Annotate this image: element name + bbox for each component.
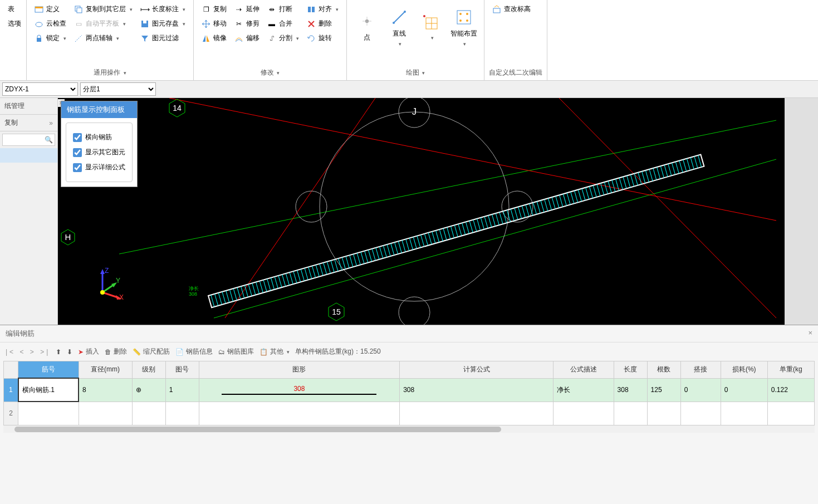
svg-line-68 bbox=[320, 264, 323, 276]
left-list-item[interactable] bbox=[0, 148, 57, 163]
col-shape[interactable]: 图形 bbox=[199, 361, 399, 379]
svg-line-64 bbox=[305, 268, 308, 280]
define-button[interactable]: 定义 bbox=[31, 2, 70, 16]
element-filter-button[interactable]: 图元过滤 bbox=[137, 31, 189, 45]
left-tab-copy[interactable]: 复制» bbox=[0, 115, 57, 131]
cloud-check-button[interactable]: 云检查 bbox=[31, 17, 70, 31]
svg-line-114 bbox=[492, 214, 495, 226]
horizontal-scrollbar[interactable] bbox=[3, 425, 815, 433]
cell-name[interactable]: 横向钢筋.1 bbox=[18, 378, 79, 402]
lock-button[interactable]: 锁定▾ bbox=[31, 31, 70, 45]
col-diameter[interactable]: 直径(mm) bbox=[79, 361, 132, 379]
svg-line-143 bbox=[601, 183, 604, 195]
col-length[interactable]: 长度 bbox=[614, 361, 647, 379]
viewport[interactable]: × 钢筋显示控制面板 横向钢筋 显示其它图元 显示详细公式 J bbox=[58, 98, 785, 325]
col-shape-no[interactable]: 图号 bbox=[165, 361, 199, 379]
two-point-axis-button[interactable]: 两点辅轴▾ bbox=[71, 31, 136, 45]
trim-button[interactable]: ✂修剪 bbox=[231, 17, 263, 31]
component-select[interactable]: ZDYX-1 bbox=[2, 82, 78, 96]
move-button[interactable]: 移动 bbox=[198, 17, 230, 31]
svg-line-167 bbox=[690, 158, 694, 169]
svg-point-2 bbox=[36, 22, 42, 27]
down-button[interactable]: ⬇ bbox=[67, 348, 72, 356]
insert-button[interactable]: ➤插入 bbox=[78, 347, 99, 356]
split-button[interactable]: ⑀分割▾ bbox=[264, 31, 302, 45]
offset-button[interactable]: 偏移 bbox=[231, 31, 263, 45]
svg-line-99 bbox=[436, 231, 439, 242]
table-row[interactable]: 2 bbox=[4, 402, 815, 425]
svg-line-94 bbox=[417, 236, 420, 248]
col-weight[interactable]: 单重(kg bbox=[767, 361, 814, 379]
svg-rect-9 bbox=[308, 7, 311, 12]
table-button[interactable]: 表 bbox=[4, 2, 22, 16]
rebar-info-button[interactable]: 📄钢筋信息 bbox=[175, 347, 213, 356]
cell-shape-no[interactable]: 1 bbox=[165, 378, 199, 402]
svg-line-87 bbox=[391, 243, 394, 255]
svg-line-42 bbox=[222, 292, 226, 304]
extend-icon: ⇢ bbox=[234, 5, 243, 14]
cell-diameter[interactable]: 8 bbox=[79, 378, 132, 402]
left-tab-paper[interactable]: 纸管理 bbox=[0, 98, 57, 115]
svg-line-168 bbox=[694, 156, 698, 168]
copy-button[interactable]: ❐复制 bbox=[198, 2, 230, 16]
modify-elevation-button[interactable]: 查改标高 bbox=[489, 2, 534, 16]
col-loss[interactable]: 损耗(%) bbox=[721, 361, 767, 379]
search-icon[interactable]: 🔍 bbox=[45, 136, 53, 144]
svg-line-88 bbox=[395, 242, 398, 254]
up-button[interactable]: ⬆ bbox=[56, 348, 61, 356]
bottom-title: 编辑钢筋 × bbox=[0, 325, 818, 342]
cell-formula[interactable]: 308 bbox=[400, 378, 554, 402]
svg-line-162 bbox=[672, 163, 675, 174]
svg-line-164 bbox=[679, 160, 683, 172]
copy-to-layer-button[interactable]: 复制到其它层▾ bbox=[71, 2, 136, 16]
cell-loss[interactable]: 0 bbox=[721, 378, 767, 402]
options-button[interactable]: 选项 bbox=[4, 17, 22, 31]
merge-button[interactable]: ▬合并 bbox=[264, 17, 302, 31]
extend-button[interactable]: ⇢延伸 bbox=[231, 2, 263, 16]
col-rebar-no[interactable]: 筋号 bbox=[18, 361, 79, 379]
cell-weight[interactable]: 0.122 bbox=[767, 378, 814, 402]
checkbox-horizontal-rebar[interactable]: 横向钢筋 bbox=[73, 130, 125, 145]
smart-icon bbox=[455, 8, 473, 26]
align-button[interactable]: 对齐▾ bbox=[303, 2, 342, 16]
cell-desc[interactable]: 净长 bbox=[554, 378, 614, 402]
cell-shape[interactable]: 308 bbox=[199, 378, 399, 402]
rebar-library-button[interactable]: 🗂钢筋图库 bbox=[218, 347, 254, 356]
col-formula[interactable]: 计算公式 bbox=[400, 361, 554, 379]
col-count[interactable]: 根数 bbox=[647, 361, 680, 379]
svg-line-144 bbox=[604, 182, 608, 194]
col-desc[interactable]: 公式描述 bbox=[554, 361, 614, 379]
delete-row-button[interactable]: 🗑删除 bbox=[105, 347, 127, 356]
col-overlap[interactable]: 搭接 bbox=[680, 361, 721, 379]
smart-layout-button[interactable]: 智能布置▾ bbox=[448, 2, 479, 52]
svg-line-110 bbox=[477, 219, 481, 231]
cell-grade[interactable]: ⊕ bbox=[132, 378, 165, 402]
point-button[interactable]: 点 bbox=[351, 2, 383, 52]
nav-buttons[interactable]: |< < > >| bbox=[6, 348, 50, 356]
rotate-button[interactable]: 旋转 bbox=[303, 31, 342, 45]
cell-overlap[interactable]: 0 bbox=[680, 378, 721, 402]
viewport-svg: J H 14 15 净长 308 bbox=[58, 98, 785, 325]
svg-line-59 bbox=[286, 273, 289, 285]
line-button[interactable]: 直线▾ bbox=[384, 2, 415, 52]
other-button[interactable]: 📋其他▾ bbox=[259, 347, 290, 356]
col-grade[interactable]: 级别 bbox=[132, 361, 165, 379]
svg-text:15: 15 bbox=[332, 307, 341, 316]
length-label-button[interactable]: ⟼长度标注▾ bbox=[137, 2, 189, 16]
layer-select[interactable]: 分层1 bbox=[80, 82, 156, 96]
delete-button[interactable]: 删除 bbox=[303, 17, 342, 31]
table-row[interactable]: 1 横向钢筋.1 8 ⊕ 1 308 308 净长 308 125 0 0 0.… bbox=[4, 378, 815, 402]
checkbox-show-formula[interactable]: 显示详细公式 bbox=[73, 160, 125, 175]
checkbox-show-other[interactable]: 显示其它图元 bbox=[73, 145, 125, 160]
break-button[interactable]: ⇹打断 bbox=[264, 2, 302, 16]
merge-icon: ▬ bbox=[267, 19, 276, 28]
cell-count[interactable]: 125 bbox=[647, 378, 680, 402]
svg-rect-10 bbox=[312, 7, 315, 12]
svg-line-101 bbox=[443, 228, 447, 240]
close-bottom-icon[interactable]: × bbox=[808, 329, 812, 339]
cell-length[interactable]: 308 bbox=[614, 378, 647, 402]
mirror-button[interactable]: 镜像 bbox=[198, 31, 230, 45]
scale-rebar-button[interactable]: 📏缩尺配筋 bbox=[133, 347, 170, 356]
save-element-button[interactable]: 图元存盘▾ bbox=[137, 17, 189, 31]
grid-draw-button[interactable]: ▾ bbox=[416, 2, 447, 52]
